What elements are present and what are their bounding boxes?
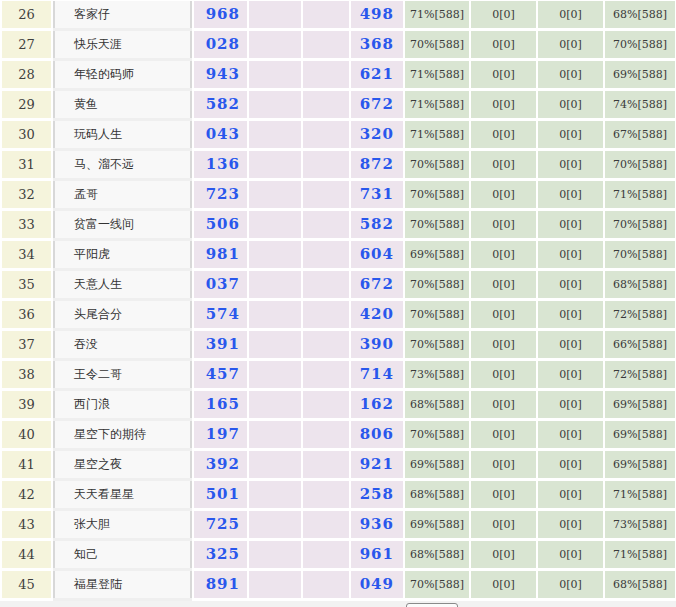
stat4-cell: 70%[588] xyxy=(605,211,675,238)
blank-cell-2 xyxy=(303,511,349,538)
stat3-cell: 0[0] xyxy=(538,211,603,238)
number1-cell: 506 xyxy=(194,211,247,238)
table-row: 26 客家仔 968 498 71%[588] 0[0] 0[0] 68%[58… xyxy=(2,1,676,28)
stat4-cell: 70%[588] xyxy=(605,31,675,58)
number1-cell: 165 xyxy=(194,391,247,418)
stat2-cell: 0[0] xyxy=(471,571,536,598)
stat4-cell: 68%[588] xyxy=(605,571,675,598)
blank-cell-1 xyxy=(249,211,301,238)
number2-cell: 621 xyxy=(351,61,403,88)
stat2-cell: 0[0] xyxy=(471,151,536,178)
stat1-cell: 70%[588] xyxy=(405,301,469,328)
blank-cell-2 xyxy=(303,541,349,568)
stat1-cell: 70%[588] xyxy=(405,271,469,298)
number2-cell: 806 xyxy=(351,421,403,448)
name-cell: 知己 xyxy=(53,541,192,568)
blank-cell-2 xyxy=(303,91,349,118)
number1-cell: 943 xyxy=(194,61,247,88)
number1-cell: 723 xyxy=(194,181,247,208)
rank-cell: 35 xyxy=(2,271,51,298)
stat3-cell: 0[0] xyxy=(538,271,603,298)
stat1-cell: 70%[588] xyxy=(405,181,469,208)
number2-cell: 672 xyxy=(351,271,403,298)
stat1-cell: 70%[588] xyxy=(405,571,469,598)
number1-cell: 968 xyxy=(194,1,247,28)
blank-cell-1 xyxy=(249,481,301,508)
blank-cell-1 xyxy=(249,331,301,358)
blank-cell-2 xyxy=(303,361,349,388)
stat2-cell: 0[0] xyxy=(471,361,536,388)
rank-cell: 33 xyxy=(2,211,51,238)
rank-cell: 27 xyxy=(2,31,51,58)
stat3-cell: 0[0] xyxy=(538,421,603,448)
blank-cell-2 xyxy=(303,571,349,598)
stat3-cell: 0[0] xyxy=(538,511,603,538)
number1-cell: 391 xyxy=(194,331,247,358)
stat2-cell: 0[0] xyxy=(471,511,536,538)
blank-cell-2 xyxy=(303,1,349,28)
stat4-cell: 69%[588] xyxy=(605,421,675,448)
name-cell: 张大胆 xyxy=(53,511,192,538)
blank-cell-2 xyxy=(303,451,349,478)
stat3-cell: 0[0] xyxy=(538,301,603,328)
stat1-cell: 68%[588] xyxy=(405,541,469,568)
rank-cell: 44 xyxy=(2,541,51,568)
name-cell: 星空下的期待 xyxy=(53,421,192,448)
number2-cell: 049 xyxy=(351,571,403,598)
stat3-cell: 0[0] xyxy=(538,91,603,118)
blank-cell-2 xyxy=(303,241,349,268)
stat2-cell: 0[0] xyxy=(471,421,536,448)
name-cell: 星空之夜 xyxy=(53,451,192,478)
number1-cell: 891 xyxy=(194,571,247,598)
number1-cell: 037 xyxy=(194,271,247,298)
table-row: 38 王令二哥 457 714 73%[588] 0[0] 0[0] 72%[5… xyxy=(2,361,676,388)
number2-cell: 872 xyxy=(351,151,403,178)
blank-cell-1 xyxy=(249,151,301,178)
stat2-cell: 0[0] xyxy=(471,91,536,118)
stat4-cell: 72%[588] xyxy=(605,361,675,388)
stat4-cell: 71%[588] xyxy=(605,541,675,568)
stat2-cell: 0[0] xyxy=(471,241,536,268)
blank-cell-2 xyxy=(303,31,349,58)
table-row: 34 平阳虎 981 604 69%[588] 0[0] 0[0] 70%[58… xyxy=(2,241,676,268)
stat3-cell: 0[0] xyxy=(538,331,603,358)
blank-cell-2 xyxy=(303,61,349,88)
stat1-cell: 71%[588] xyxy=(405,121,469,148)
stat3-cell: 0[0] xyxy=(538,121,603,148)
name-cell: 孟哥 xyxy=(53,181,192,208)
rank-cell: 31 xyxy=(2,151,51,178)
blank-cell-1 xyxy=(249,541,301,568)
blank-cell-1 xyxy=(249,31,301,58)
name-cell: 贫富一线间 xyxy=(53,211,192,238)
table-row: 29 黄鱼 582 672 71%[588] 0[0] 0[0] 74%[588… xyxy=(2,91,676,118)
number2-cell: 498 xyxy=(351,1,403,28)
name-cell: 头尾合分 xyxy=(53,301,192,328)
number1-cell: 197 xyxy=(194,421,247,448)
rank-cell: 36 xyxy=(2,301,51,328)
rank-cell: 41 xyxy=(2,451,51,478)
stat1-cell: 73%[588] xyxy=(405,361,469,388)
name-cell: 吞没 xyxy=(53,331,192,358)
blank-cell-1 xyxy=(249,361,301,388)
stat1-cell: 70%[588] xyxy=(405,331,469,358)
number2-cell: 368 xyxy=(351,31,403,58)
number1-cell: 725 xyxy=(194,511,247,538)
number2-cell: 672 xyxy=(351,91,403,118)
rank-cell: 45 xyxy=(2,571,51,598)
stat3-cell: 0[0] xyxy=(538,571,603,598)
number1-cell: 028 xyxy=(194,31,247,58)
number2-cell: 714 xyxy=(351,361,403,388)
table-row: 37 吞没 391 390 70%[588] 0[0] 0[0] 66%[588… xyxy=(2,331,676,358)
stat2-cell: 0[0] xyxy=(471,271,536,298)
blank-cell-2 xyxy=(303,421,349,448)
stat1-cell: 68%[588] xyxy=(405,481,469,508)
number2-cell: 582 xyxy=(351,211,403,238)
pager-button[interactable] xyxy=(406,603,458,607)
number1-cell: 457 xyxy=(194,361,247,388)
stat1-cell: 71%[588] xyxy=(405,1,469,28)
number2-cell: 961 xyxy=(351,541,403,568)
stat1-cell: 70%[588] xyxy=(405,151,469,178)
stat3-cell: 0[0] xyxy=(538,241,603,268)
number2-cell: 162 xyxy=(351,391,403,418)
name-cell: 玩码人生 xyxy=(53,121,192,148)
